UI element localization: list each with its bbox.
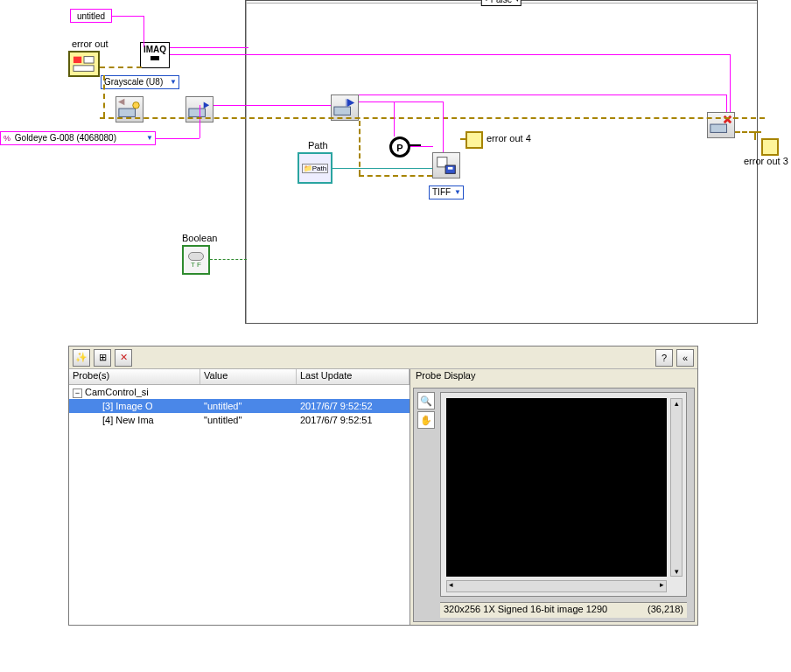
cursor-coords: (36,218) [648,604,683,617]
image-display-frame: 🔍 ✋ 320x256 1X Signed 16-bit image 1290 … [413,388,695,622]
hand-icon: ✋ [420,415,432,426]
svg-rect-7 [334,107,351,115]
svg-point-4 [133,102,139,108]
block-diagram: False untitled error out IMAQ Grayscale … [0,0,791,346]
collapse-icon: « [682,353,688,363]
probe-value: "untitled" [200,401,297,411]
image-tool-palette: 🔍 ✋ [417,392,437,430]
tree-root-row[interactable]: −CamControl_si [69,385,410,399]
string-constant-untitled[interactable]: untitled [70,9,112,23]
spark-icon: ✨ [75,352,88,363]
tree-root-label: CamControl_si [85,387,149,397]
string-constant-label: untitled [77,11,105,21]
col-value[interactable]: Value [200,369,297,384]
probe-tree[interactable]: −CamControl_si [3] Image O "untitled" 20… [69,385,410,625]
magnifier-icon: 🔍 [420,396,432,407]
help-button[interactable]: ? [655,349,673,367]
delete-probe-button[interactable]: ✕ [115,349,132,367]
probe-glyph: P [396,143,402,153]
image-type-dropdown[interactable]: Grayscale (U8) [101,75,179,89]
svg-rect-13 [710,124,727,132]
probe-node[interactable]: P [389,136,410,158]
arrange-button[interactable]: ⊞ [94,349,111,367]
image-status-bar: 320x256 1X Signed 16-bit image 1290 (36,… [440,602,687,618]
imaq-write-file-node[interactable] [432,152,460,178]
grid-icon: ⊞ [99,352,107,363]
svg-rect-1 [84,57,94,63]
error-out-3-label: error out 3 [744,156,788,166]
imaq-label: IMAQ [144,45,166,54]
camera-resource-dropdown[interactable]: % Goldeye G-008 (4068080) [0,131,156,145]
svg-rect-3 [119,108,136,116]
case-selector[interactable]: False [481,0,522,6]
svg-rect-0 [74,57,81,63]
probe-name: [3] Image O [69,401,200,411]
delete-icon: ✕ [120,352,128,363]
pan-tool[interactable]: ✋ [417,411,435,429]
help-icon: ? [662,353,667,363]
error-out-4-terminal[interactable] [466,131,483,149]
probe-list-header: Probe(s) Value Last Update [69,369,410,385]
svg-rect-12 [448,167,453,170]
error-out-label: error out [72,38,108,49]
path-control[interactable]: 📁Path [298,152,332,184]
vertical-scrollbar[interactable] [670,398,682,577]
collapse-button[interactable]: « [676,349,694,367]
error-in-control-icon[interactable] [68,51,100,77]
path-label: Path [308,140,328,150]
boolean-control[interactable]: T F [182,245,210,275]
error-out-3-terminal[interactable] [761,138,779,156]
camera-resource-value: Goldeye G-008 (4068080) [15,133,116,143]
tree-row[interactable]: [3] Image O "untitled" 2017/6/7 9:52:52 [69,399,410,413]
probe-update: 2017/6/7 9:52:51 [297,415,410,425]
image-type-value: Grayscale (U8) [104,77,163,87]
image-viewport[interactable] [440,392,687,597]
svg-rect-5 [189,108,206,116]
probe-name: [4] New Ima [69,415,200,425]
camera-close-node[interactable] [707,112,735,138]
file-format-value: TIFF [432,187,451,197]
col-probes[interactable]: Probe(s) [69,369,200,384]
probe-display-panel: Probe Display 🔍 ✋ 320x256 1X Signed 16-b… [410,369,697,625]
probe-list-panel: Probe(s) Value Last Update −CamControl_s… [69,369,410,625]
image-info-text: 320x256 1X Signed 16-bit image 1290 [444,604,607,617]
path-icon-text: Path [312,164,326,172]
svg-marker-6 [204,102,210,108]
boolean-label: Boolean [182,233,217,243]
error-out-4-label: error out 4 [486,133,531,144]
col-last-update[interactable]: Last Update [297,369,410,384]
probe-display-title: Probe Display [410,369,697,385]
probe-value: "untitled" [200,415,297,425]
imaq-create-node[interactable]: IMAQ [140,42,170,68]
zoom-tool[interactable]: 🔍 [417,392,435,410]
svg-rect-2 [74,66,94,72]
probe-toolbar: ✨ ⊞ ✕ ? « [69,346,697,369]
expander-icon[interactable]: − [73,388,82,398]
tree-row[interactable]: [4] New Ima "untitled" 2017/6/7 9:52:51 [69,413,410,427]
probe-watch-window: ✨ ⊞ ✕ ? « Probe(s) Value Last Update −Ca… [68,346,698,626]
probe-update: 2017/6/7 9:52:52 [297,401,410,411]
new-probe-button[interactable]: ✨ [73,349,90,367]
horizontal-scrollbar[interactable] [446,580,667,592]
image-content [446,398,667,577]
file-format-dropdown[interactable]: TIFF [429,186,464,200]
